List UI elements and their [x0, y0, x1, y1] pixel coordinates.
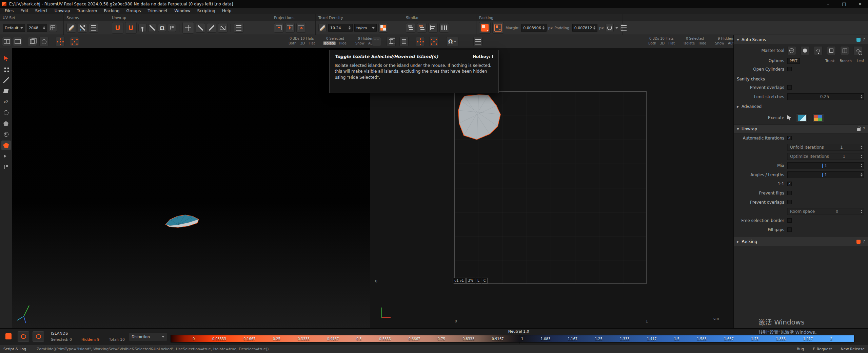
script-log-button[interactable]: Script & Log... — [3, 347, 30, 351]
help-icon[interactable]: ? — [863, 239, 865, 244]
stepper-arrows[interactable] — [859, 164, 863, 167]
texel-checker-button[interactable] — [378, 23, 388, 33]
menu-item[interactable]: Edit — [17, 8, 32, 13]
uvset-preset-select[interactable]: Default — [3, 24, 25, 32]
master-tool-pelt-button[interactable] — [787, 46, 796, 55]
master-tool-trunk-button[interactable] — [827, 46, 836, 55]
stepper-arrows[interactable] — [859, 210, 863, 213]
uvset-manager-button[interactable] — [49, 24, 57, 32]
stepper-arrows[interactable] — [592, 26, 595, 30]
rectify-button[interactable] — [218, 23, 228, 33]
pack-button[interactable] — [479, 22, 491, 34]
expand-selection-tool[interactable] — [1, 151, 11, 161]
similar-stack-button[interactable] — [406, 23, 415, 33]
help-icon[interactable]: ? — [863, 37, 865, 42]
stepper-arrows[interactable] — [42, 26, 45, 30]
menu-item[interactable]: Trimsheet — [144, 8, 171, 13]
unwrap-panel-header[interactable]: ▼ Unwrap ? — [734, 124, 868, 133]
island-flat-display-button[interactable] — [33, 331, 44, 342]
hide-button[interactable]: Hide — [698, 41, 707, 45]
unfold-iterations-field[interactable]: Unfold Iterations 1 — [787, 144, 864, 151]
straighten-button[interactable] — [196, 23, 205, 33]
filter-both-button[interactable]: Both — [648, 41, 657, 45]
menu-item[interactable]: Window — [171, 8, 194, 13]
padding-field[interactable]: 0.007812 — [572, 24, 598, 32]
angles-lengths-field[interactable]: 1 — [787, 171, 864, 178]
similar-distribute-button[interactable] — [439, 23, 449, 33]
unwrap-brush-button[interactable] — [148, 24, 156, 32]
one-to-one-checkbox[interactable] — [787, 182, 792, 186]
vertex-mode-tool[interactable] — [1, 64, 11, 74]
stepper-arrows[interactable] — [541, 26, 545, 30]
menu-item[interactable]: Packing — [100, 8, 123, 13]
stepper-arrows[interactable] — [347, 26, 351, 30]
shark-model[interactable] — [164, 208, 202, 230]
uv-shading-button[interactable] — [387, 37, 396, 46]
fill-gaps-checkbox[interactable] — [787, 227, 792, 232]
island-mode-tool[interactable] — [1, 141, 11, 150]
uv-tile-chip[interactable]: C — [482, 278, 488, 283]
flag-selection-tool[interactable] — [1, 162, 11, 172]
prevent-overlaps-checkbox[interactable] — [787, 200, 792, 204]
uv-tile-button[interactable] — [399, 37, 409, 46]
master-tool-bulb-button[interactable] — [814, 46, 823, 55]
display-mode-select[interactable]: Distortion — [129, 333, 167, 341]
stepper-arrows[interactable] — [859, 173, 863, 176]
double-select-tool[interactable]: x2 — [1, 97, 11, 107]
footer-link[interactable]: Bug — [797, 347, 804, 351]
pelt-option-button[interactable]: PELT — [787, 58, 800, 64]
uv-snap-button[interactable]: Ω — [446, 37, 458, 46]
limit-stretches-field[interactable]: 0.25 — [787, 93, 864, 100]
filter-flat-button[interactable]: Flat — [668, 41, 675, 45]
filter-flat-button[interactable]: Flat — [308, 41, 316, 45]
projection-box-button[interactable] — [296, 23, 306, 33]
footer-link[interactable]: New Release — [841, 347, 865, 351]
show-button[interactable]: Show — [714, 41, 725, 45]
prevent-overlaps-checkbox[interactable] — [787, 85, 792, 90]
auto-seams-badge-icon[interactable] — [856, 38, 861, 42]
layout-single-button[interactable] — [13, 37, 22, 46]
filter-3d-button[interactable]: 3D — [299, 41, 305, 45]
free-selection-border-checkbox[interactable] — [787, 218, 792, 223]
projection-planar-button[interactable] — [274, 23, 283, 33]
hide-button[interactable]: Hide — [338, 41, 347, 45]
layout-split-button[interactable] — [2, 37, 11, 46]
menu-item[interactable]: Files — [1, 8, 17, 13]
automatic-iterations-checkbox[interactable] — [787, 136, 792, 140]
view3d-material-button[interactable] — [39, 37, 48, 46]
minimize-button[interactable]: – — [820, 0, 836, 8]
unwrap-options-button[interactable] — [234, 23, 243, 33]
lock-icon[interactable] — [857, 128, 861, 131]
unwrap-magnet-button[interactable]: Ω — [158, 24, 166, 32]
uv-frame-button[interactable] — [372, 37, 381, 46]
viewport-3d[interactable] — [12, 48, 370, 328]
open-cylinders-checkbox[interactable] — [787, 67, 792, 71]
texel-density-field[interactable]: 10.24 — [328, 24, 353, 32]
prevent-flips-checkbox[interactable] — [787, 191, 792, 195]
isolate-button[interactable]: Isolate — [323, 41, 336, 45]
mix-field[interactable]: 1 — [787, 162, 864, 169]
texel-sample-button[interactable] — [318, 24, 327, 32]
uv-tile-chip[interactable]: u1 v1 — [453, 278, 466, 283]
packing-panel-header[interactable]: ▶ Packing ? — [734, 237, 868, 246]
unwrap-flag-button[interactable] — [168, 24, 176, 32]
similar-align-button[interactable] — [428, 23, 438, 33]
edge-mode-tool[interactable] — [1, 75, 11, 85]
projection-cylinder-button[interactable] — [285, 23, 295, 33]
uv-mirror-button[interactable] — [429, 37, 438, 46]
menu-item[interactable]: Scripting — [194, 8, 219, 13]
uv-tile-chip[interactable]: 3% — [466, 278, 475, 283]
unwrap-pin-button[interactable] — [138, 24, 146, 32]
sphere-select-tool[interactable] — [1, 130, 11, 139]
close-button[interactable]: × — [852, 0, 868, 8]
view3d-mirror-button[interactable] — [70, 37, 79, 46]
room-space-field[interactable]: Room space 0 — [787, 208, 864, 215]
uv-island[interactable] — [457, 94, 503, 142]
distortion-gradient-bar[interactable]: 00.083330.16670.250.33330.41670.50.58330… — [171, 335, 854, 342]
optimize-iterations-field[interactable]: Optimize Iterations 1 — [787, 153, 864, 160]
margin-field[interactable]: 0.003906 — [521, 24, 547, 32]
pack-orient-caret[interactable] — [615, 27, 618, 29]
seams-options-button[interactable] — [89, 23, 98, 33]
uv-symmetry-button[interactable] — [416, 37, 425, 46]
pack-orient-button[interactable] — [606, 24, 614, 32]
